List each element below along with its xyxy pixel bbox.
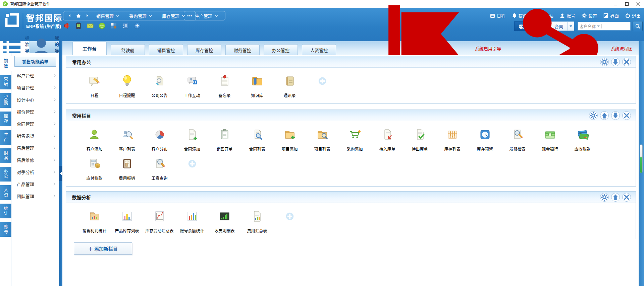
shortcut-label: 销售利润统计 <box>82 228 106 233</box>
workspace-tab-1[interactable]: 驾驶舱 <box>111 44 145 55</box>
section-close-button[interactable] <box>622 111 631 120</box>
sidebar-menu-title[interactable]: 销售功能菜单 <box>14 56 56 67</box>
sidebar-menu-item-2[interactable]: 设计中心 <box>11 93 59 105</box>
workspace-tab-0[interactable]: 工作台 <box>72 42 107 55</box>
scrollbar-thumb[interactable] <box>640 144 643 173</box>
workspace-tab-2[interactable]: 销售管控 <box>149 44 183 55</box>
add-shortcut-button[interactable] <box>306 74 338 86</box>
shortcut-cash[interactable]: 现金银行 <box>534 128 566 152</box>
nav-menu-1[interactable]: 采购管理 <box>124 11 157 20</box>
module-tab-4[interactable]: 生产 <box>0 130 11 145</box>
shortcut-abacus[interactable]: 库存列表 <box>436 128 469 152</box>
add-shortcut-button[interactable] <box>273 210 306 222</box>
shortcut-pin-note[interactable]: 备忘录 <box>208 74 241 98</box>
shortcut-folder-plus[interactable]: 项目添加 <box>273 128 306 152</box>
menu-item-label: 产品管理 <box>17 181 34 187</box>
section-gear-button[interactable] <box>600 58 609 66</box>
home-button[interactable] <box>74 12 83 20</box>
close-button[interactable] <box>633 0 644 8</box>
shortcut-address-book[interactable]: 通讯录 <box>273 74 306 98</box>
section-down-button[interactable] <box>611 58 620 66</box>
shortcut-clock[interactable]: 库存预警 <box>469 128 501 152</box>
sidebar-menu-item-9[interactable]: 产品管理 <box>11 178 59 190</box>
sidebar-menu-item-0[interactable]: 客户管理 <box>11 69 59 81</box>
sidebar-menu-item-8[interactable]: 对手分析 <box>11 166 59 178</box>
module-tab-3[interactable]: 库存 <box>0 112 11 126</box>
workspace-tab-3[interactable]: 库存管控 <box>187 44 221 55</box>
add-new-section-button[interactable]: ＋ 添加新栏目 <box>74 242 132 255</box>
add-shortcut-button[interactable] <box>176 157 208 169</box>
wechat-icon[interactable] <box>98 22 106 29</box>
sidebar-menu-item-6[interactable]: 售后管理 <box>11 142 59 154</box>
megaphone-icon[interactable] <box>63 22 70 29</box>
nav-forward-button[interactable] <box>83 12 92 20</box>
section-gear-button[interactable] <box>589 111 598 120</box>
section-close-button[interactable] <box>622 58 631 66</box>
sidebar-menu-item-1[interactable]: 项目管理 <box>11 81 59 93</box>
sidebar-tab-1[interactable]: 我的导航 <box>30 41 59 53</box>
module-tab-7[interactable]: 人资 <box>0 185 11 200</box>
sidebar-menu-item-7[interactable]: 售后维修 <box>11 154 59 166</box>
apps-grid-icon[interactable] <box>110 22 117 29</box>
workspace-tab-5[interactable]: 办公管控 <box>264 44 298 55</box>
workspace-tab-4[interactable]: 财务管控 <box>225 44 260 55</box>
shortcut-label: 账号余额统计 <box>180 228 204 233</box>
shortcut-bar-chart[interactable]: 产品库存列表 <box>111 210 143 233</box>
shortcut-doc-bars[interactable]: 费用汇总表 <box>241 210 273 233</box>
nav-back-button[interactable] <box>65 12 74 20</box>
shortcut-color-bars[interactable]: 账号余额统计 <box>176 210 208 233</box>
shortcut-doc-in[interactable]: 待入库单 <box>371 128 404 152</box>
module-tab-6[interactable]: 办公 <box>0 167 11 182</box>
section-up-button[interactable] <box>611 193 620 202</box>
section-up-button[interactable] <box>600 111 609 120</box>
module-tab-2[interactable]: 采购 <box>0 93 11 108</box>
shortcut-search-pencil[interactable]: 发货检索 <box>501 128 534 152</box>
shortcut-folder-search[interactable]: 项目列表 <box>306 128 338 152</box>
module-tab-0[interactable]: 销售 <box>0 56 11 71</box>
sidebar-menu-item-4[interactable]: 合同管理 <box>11 118 59 130</box>
section-gear-button[interactable] <box>600 193 609 202</box>
shortcut-calc-coins[interactable]: 应付账款 <box>78 157 111 181</box>
main-nav: 销售管理采购管理库存管理生产管理 <box>63 11 225 20</box>
module-tab-5[interactable]: 财务 <box>0 148 11 163</box>
sidebar-collapse-handle[interactable] <box>59 166 62 181</box>
nav-menu-0[interactable]: 销售管理 <box>92 11 124 20</box>
shortcut-person-add[interactable]: 客户添加 <box>78 128 111 152</box>
module-tab-1[interactable]: 营销 <box>0 75 11 89</box>
shortcut-bulb[interactable]: 日程提醒 <box>111 74 143 98</box>
phone-message-icon[interactable] <box>75 22 82 29</box>
shortcut-line-chart[interactable]: 库存变动汇总表 <box>143 210 176 233</box>
shortcut-pie-chart[interactable]: 客户分布 <box>143 128 176 152</box>
shortcut-person-search[interactable]: 客户列表 <box>111 128 143 152</box>
search-button[interactable] <box>633 21 643 31</box>
shortcut-doc-plus[interactable]: 合同添加 <box>176 128 208 152</box>
sidebar-menu-item-10[interactable]: 团队管理 <box>11 190 59 202</box>
sidebar-tab-0[interactable]: 标准导航 <box>0 41 30 53</box>
module-tab-8[interactable]: 统计 <box>0 204 11 218</box>
add-circle-blue-icon[interactable] <box>133 22 141 29</box>
shortcut-folder-chart[interactable]: 销售利润统计 <box>78 210 111 233</box>
nav-more-button[interactable]: ••• <box>184 11 196 20</box>
shortcut-green-bars[interactable]: 收支明细表 <box>208 210 241 233</box>
shortcut-doc-out[interactable]: 待出库单 <box>404 128 436 152</box>
sidebar-menu-item-5[interactable]: 销售退货 <box>11 130 59 142</box>
menu-item-label: 对手分析 <box>17 169 34 175</box>
sidebar-menu-item-3[interactable]: 报价管理 <box>11 105 59 118</box>
shortcut-credit-cards[interactable]: 应收账款 <box>566 128 599 152</box>
notebook-icon[interactable] <box>122 22 129 29</box>
section-down-button[interactable] <box>611 111 620 120</box>
vertical-scrollbar[interactable] <box>639 41 644 286</box>
section-close-button[interactable] <box>622 193 631 202</box>
workspace-tab-6[interactable]: 人资管控 <box>302 44 336 55</box>
shortcut-doc-search-blue[interactable]: 合同列表 <box>241 128 273 152</box>
shortcut-folder-book[interactable]: 知识库 <box>241 74 273 98</box>
shortcut-chat-search[interactable]: 工作互动 <box>176 74 208 98</box>
mail-icon[interactable] <box>87 22 94 29</box>
shortcut-cart-add[interactable]: 采购添加 <box>338 128 371 152</box>
shortcut-clipboard[interactable]: 销售开单 <box>208 128 241 152</box>
shortcut-doc-search[interactable]: 公司公告 <box>143 74 176 98</box>
module-tab-9[interactable]: 账号 <box>0 222 11 237</box>
shortcut-search-pay[interactable]: 工资查询 <box>143 157 176 181</box>
shortcut-memo-pencil[interactable]: 日程 <box>78 74 111 98</box>
shortcut-ledger[interactable]: 费用报销 <box>111 157 143 181</box>
